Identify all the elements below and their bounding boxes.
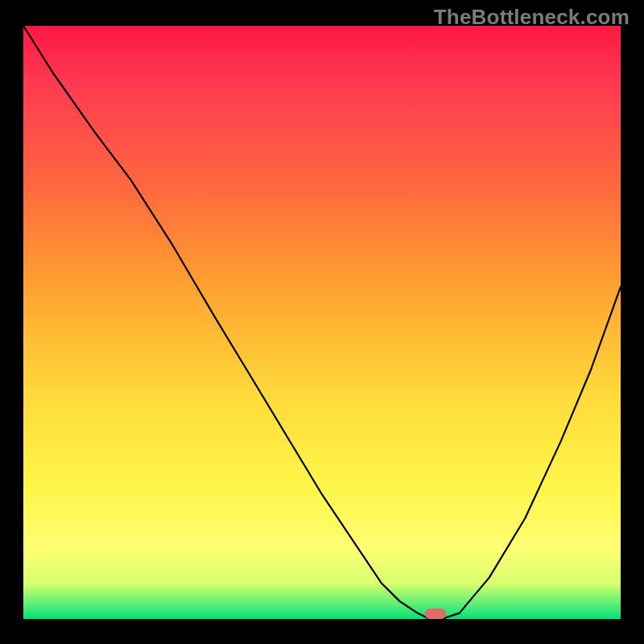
min-marker xyxy=(425,609,446,619)
chart-frame: TheBottleneck.com xyxy=(0,0,644,644)
chart-curve xyxy=(23,26,621,619)
chart-svg xyxy=(23,26,621,619)
plot-area xyxy=(23,26,621,619)
